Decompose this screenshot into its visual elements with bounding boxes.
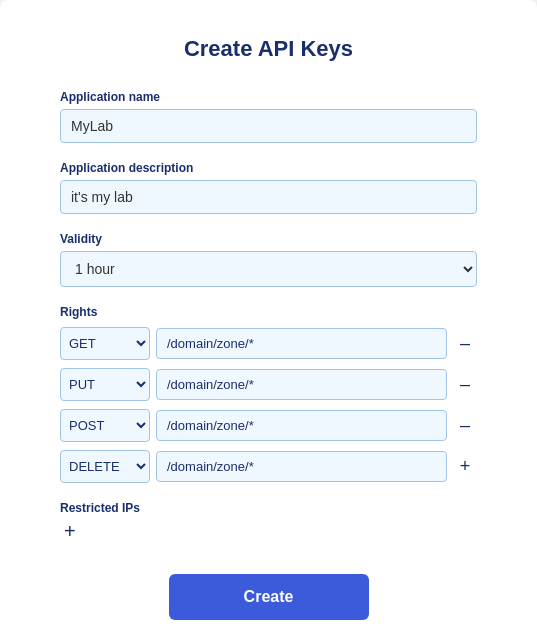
app-name-label: Application name [60,90,477,104]
remove-row-get-button[interactable]: – [453,332,477,356]
app-desc-label: Application description [60,161,477,175]
remove-row-post-button[interactable]: – [453,414,477,438]
path-input-put[interactable] [156,369,447,400]
validity-group: Validity 1 hour 24 hours 1 week 1 month … [60,232,477,287]
add-ip-button[interactable]: + [60,521,80,541]
rights-label: Rights [60,305,477,319]
app-name-group: Application name [60,90,477,143]
path-input-get[interactable] [156,328,447,359]
create-api-keys-card: Create API Keys Application name Applica… [0,0,537,632]
rights-row-delete: GET PUT POST DELETE PATCH + [60,450,477,483]
rights-row-get: GET PUT POST DELETE PATCH – [60,327,477,360]
method-select-post[interactable]: GET PUT POST DELETE PATCH [60,409,150,442]
rights-section: Rights GET PUT POST DELETE PATCH – GET P… [60,305,477,483]
app-desc-group: Application description [60,161,477,214]
method-select-get[interactable]: GET PUT POST DELETE PATCH [60,327,150,360]
validity-label: Validity [60,232,477,246]
method-select-put[interactable]: GET PUT POST DELETE PATCH [60,368,150,401]
rights-row-post: GET PUT POST DELETE PATCH – [60,409,477,442]
create-button[interactable]: Create [169,574,369,620]
rights-row-put: GET PUT POST DELETE PATCH – [60,368,477,401]
app-desc-input[interactable] [60,180,477,214]
app-name-input[interactable] [60,109,477,143]
restricted-ips-section: Restricted IPs + [60,501,477,542]
path-input-delete[interactable] [156,451,447,482]
method-select-delete[interactable]: GET PUT POST DELETE PATCH [60,450,150,483]
page-title: Create API Keys [60,36,477,62]
add-row-button[interactable]: + [453,455,477,479]
restricted-ips-label: Restricted IPs [60,501,477,515]
remove-row-put-button[interactable]: – [453,373,477,397]
path-input-post[interactable] [156,410,447,441]
validity-select[interactable]: 1 hour 24 hours 1 week 1 month Unlimited [60,251,477,287]
